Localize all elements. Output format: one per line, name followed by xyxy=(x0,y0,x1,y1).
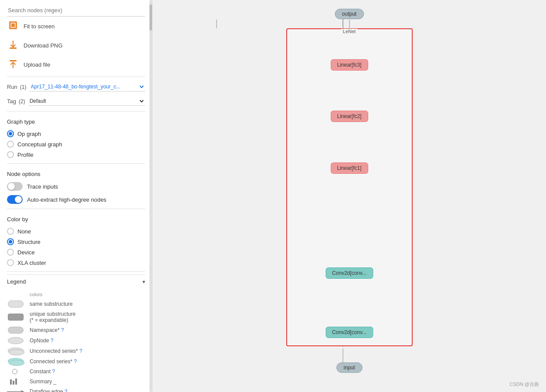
divider-3 xyxy=(7,163,145,164)
legend-opnode-row: OpNode ? xyxy=(7,335,145,346)
run-select[interactable]: Apr17_11-48-48_bo-fengtest_your_c... xyxy=(29,82,145,91)
color-structure-label: Structure xyxy=(17,239,41,245)
input-node[interactable]: input xyxy=(336,362,362,373)
radio-op-graph[interactable]: Op graph xyxy=(7,128,145,139)
search-input[interactable] xyxy=(7,4,145,17)
trace-inputs-knob xyxy=(8,183,15,190)
legend-unique-shape xyxy=(8,314,24,321)
legend-same-substructure-row: same substructure xyxy=(7,299,145,309)
auto-extract-knob xyxy=(15,196,22,203)
radio-profile-label: Profile xyxy=(17,152,34,158)
color-xla[interactable]: XLA cluster xyxy=(7,257,145,268)
svg-rect-0 xyxy=(9,21,17,29)
legend-constant-icon xyxy=(7,369,24,374)
color-by-group: None Structure Device XLA cluster xyxy=(7,225,145,269)
graph-type-group: Op graph Conceptual graph Profile xyxy=(7,128,145,161)
radio-conceptual[interactable]: Conceptual graph xyxy=(7,139,145,149)
tag-num: (2) xyxy=(19,98,25,105)
legend-content: colors same substructure unique substruc… xyxy=(7,288,145,392)
run-num: (1) xyxy=(20,84,27,90)
tag-select[interactable]: Default xyxy=(28,97,145,106)
legend-unique-expandable: (* = expandable) xyxy=(30,317,75,323)
color-none[interactable]: None xyxy=(7,226,145,237)
color-structure-dot xyxy=(7,238,14,245)
legend-same-icon xyxy=(7,301,24,308)
legend-summary-row: Summary _ xyxy=(7,376,145,387)
color-xla-dot xyxy=(7,259,14,266)
color-by-title: Color by xyxy=(7,212,145,225)
legend-header[interactable]: Legend ▾ xyxy=(7,274,145,288)
svg-rect-7 xyxy=(15,378,17,385)
graph-type-title: Graph type xyxy=(7,114,145,128)
legend-same-shape xyxy=(8,301,24,308)
legend-title: Legend xyxy=(7,278,26,285)
legend-connected-row: Connected series* ? xyxy=(7,356,145,367)
legend-dataflow-label: Dataflow edge ? xyxy=(30,389,68,392)
legend-summary-icon xyxy=(7,378,24,385)
linear-fc3-label: Linear[fc3] xyxy=(330,59,368,71)
legend-unconnected-label: Unconnected series* ? xyxy=(30,348,82,354)
upload-icon xyxy=(8,59,18,71)
legend-constant-row: Constant ? xyxy=(7,367,145,376)
radio-profile[interactable]: Profile xyxy=(7,149,145,160)
legend-unconnected-icon xyxy=(7,348,24,355)
trace-inputs-toggle[interactable] xyxy=(7,182,23,191)
legend-connected-icon xyxy=(7,358,24,365)
legend-chevron-icon: ▾ xyxy=(142,279,145,285)
legend-unconnected-row: Unconnected series* ? xyxy=(7,346,145,356)
svg-marker-9 xyxy=(21,390,24,392)
graph-container: 98 96 95 94 93 out 83 84 87 90 91 input:… xyxy=(153,0,546,392)
graph-area: 98 96 95 94 93 out 83 84 87 90 91 input:… xyxy=(153,4,546,388)
legend-dataflow-row: Dataflow edge ? xyxy=(7,387,145,392)
sidebar-scroll-thumb xyxy=(149,4,152,30)
legend-unconnected-shape xyxy=(8,348,24,355)
legend-connected-label: Connected series* ? xyxy=(30,358,77,365)
color-device[interactable]: Device xyxy=(7,247,145,257)
legend-summary-shape xyxy=(10,378,18,385)
divider-5 xyxy=(7,271,145,272)
divider-4 xyxy=(7,209,145,209)
legend-opnode-icon xyxy=(7,337,24,344)
legend-unique-label: unique substructure xyxy=(30,311,75,317)
legend-namespace-label: Namespace* ? xyxy=(30,327,64,333)
download-icon xyxy=(8,40,18,51)
lenet-label: LeNet xyxy=(341,29,357,34)
sidebar-scrollbar[interactable] xyxy=(149,0,152,392)
svg-rect-4 xyxy=(10,60,17,61)
legend-constant-label: Constant ? xyxy=(30,368,55,375)
radio-profile-dot xyxy=(7,151,14,158)
auto-extract-toggle[interactable] xyxy=(7,195,23,204)
sidebar: Fit to screen Download PNG xyxy=(0,0,153,392)
auto-extract-label: Auto-extract high-degree nodes xyxy=(27,196,106,203)
legend-unique-icon xyxy=(7,314,24,321)
linear-fc1-label: Linear[fc1] xyxy=(330,162,368,174)
output-node[interactable]: output xyxy=(335,9,364,19)
legend-dataflow-icon xyxy=(7,389,24,392)
radio-conceptual-dot xyxy=(7,141,14,148)
color-structure[interactable]: Structure xyxy=(7,237,145,247)
radio-op-graph-dot xyxy=(7,130,14,137)
main-canvas[interactable]: 98 96 95 94 93 out 83 84 87 90 91 input:… xyxy=(153,0,546,392)
color-none-dot xyxy=(7,228,14,235)
conv2d-2-label: Conv2d[conv... xyxy=(326,327,373,338)
auto-extract-row: Auto-extract high-degree nodes xyxy=(7,193,145,206)
legend-dataflow-shape xyxy=(7,389,24,392)
svg-rect-3 xyxy=(10,47,17,49)
fit-to-screen-button[interactable]: Fit to screen xyxy=(7,17,145,36)
divider-2 xyxy=(7,111,145,112)
linear-fc2-label: Linear[fc2] xyxy=(330,111,368,122)
output-label: output xyxy=(335,9,364,19)
legend-colors-label-row: colors xyxy=(7,290,145,299)
node-options-title: Node options xyxy=(7,166,145,180)
trace-inputs-row: Trace inputs xyxy=(7,180,145,193)
upload-file-button[interactable]: Upload file xyxy=(7,55,145,74)
divider-1 xyxy=(7,77,145,77)
color-device-dot xyxy=(7,249,14,256)
watermark: CSDN @古路 xyxy=(510,381,539,388)
legend-namespace-row: Namespace* ? xyxy=(7,325,145,335)
download-png-button[interactable]: Download PNG xyxy=(7,36,145,55)
legend-constant-shape xyxy=(12,369,17,374)
legend-opnode-shape xyxy=(8,337,24,344)
legend-same-label: same substructure xyxy=(30,301,73,307)
radio-op-graph-label: Op graph xyxy=(17,131,41,137)
